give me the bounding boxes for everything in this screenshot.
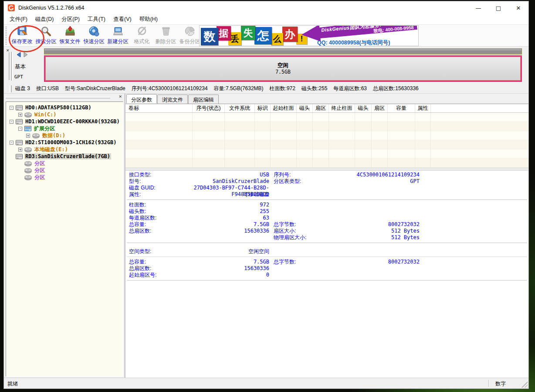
table-cell xyxy=(415,149,431,159)
column-header-5[interactable]: 磁头 xyxy=(297,104,313,112)
toolbar-button-label: 搜索分区 xyxy=(36,38,57,44)
tree-item-4[interactable]: +数据(D:) xyxy=(6,132,123,139)
column-header-6[interactable]: 扇区 xyxy=(313,104,329,112)
window-title: DiskGenius V5.1.2.766 x64 xyxy=(18,5,84,11)
tab-0[interactable]: 分区参数 xyxy=(126,94,157,103)
free-space-block[interactable]: 空闲 7.5GB xyxy=(44,55,522,82)
info-row: 每道扇区数:63 xyxy=(125,215,528,221)
table-cell xyxy=(329,140,355,149)
expander-collapsed-icon[interactable]: + xyxy=(18,113,22,117)
disk-overview-strip[interactable] xyxy=(44,48,522,54)
disk-details-panel: 接口类型:USB序列号:4C530001061214109234型号:SanDi… xyxy=(125,171,528,280)
tree-item-10[interactable]: 分区 xyxy=(6,174,123,181)
info-label: 扇区大小: xyxy=(269,228,337,234)
close-icon[interactable]: ✕ xyxy=(119,95,122,99)
column-header-3[interactable]: 标识 xyxy=(255,104,271,112)
info-label xyxy=(269,215,337,221)
nav-forward-icon[interactable] xyxy=(23,51,29,59)
maximize-button[interactable]: □ xyxy=(488,1,508,14)
tree-item-6[interactable]: +本地磁盘(E:) xyxy=(6,146,123,153)
banner-tile: 据 xyxy=(217,26,231,41)
close-icon[interactable]: ✕ xyxy=(6,49,10,53)
column-header-10[interactable]: 容量 xyxy=(388,104,415,112)
tree-item-1[interactable]: +Win(C:) xyxy=(6,111,123,118)
column-header-7[interactable]: 终止柱面 xyxy=(329,104,355,112)
expander-collapsed-icon[interactable]: + xyxy=(26,134,30,138)
expander-expanded-icon[interactable]: - xyxy=(10,106,14,110)
quick-partition-button[interactable]: 快速分区 xyxy=(82,25,106,46)
table-cell xyxy=(313,140,329,149)
save-changes-button[interactable]: 保存更改 xyxy=(10,25,34,46)
info-value: 15630336 xyxy=(191,228,269,234)
table-row[interactable] xyxy=(125,122,528,131)
minimize-button[interactable]: — xyxy=(468,1,488,14)
tab-2[interactable]: 扇区编辑 xyxy=(188,95,219,104)
recover-files-button[interactable]: 恢复文件 xyxy=(58,25,82,46)
info-label: 总字节数: xyxy=(269,221,337,228)
tab-1[interactable]: 浏览文件 xyxy=(157,95,188,104)
table-row[interactable] xyxy=(125,113,528,122)
toolbar: 保存更改搜索分区恢复文件快速分区新建分区格式化删除分区备份分区 !办么怎失丢据数… xyxy=(4,25,528,47)
backup-partition-icon xyxy=(184,25,196,37)
disk-summary-segment: 容量:7.5GB(7632MB) xyxy=(214,85,264,92)
new-partition-button[interactable]: 新建分区 xyxy=(106,25,130,46)
table-cell xyxy=(255,122,271,131)
menu-item-3[interactable]: 工具(T) xyxy=(84,14,109,24)
tree-item-2[interactable]: -HD1:WDCWD10EZEC-00RKKA0(932GB) xyxy=(6,118,123,125)
tree-item-0[interactable]: -HD0:ADATASP580(112GB) xyxy=(6,104,123,111)
pane-drag-handle[interactable] xyxy=(6,97,110,98)
menu-item-5[interactable]: 帮助(H) xyxy=(135,14,162,24)
table-cell xyxy=(271,140,297,149)
expander-expanded-icon[interactable]: - xyxy=(10,120,14,124)
table-row[interactable] xyxy=(125,131,528,140)
section-divider xyxy=(127,280,527,280)
info-value: 8002732032 xyxy=(337,221,420,228)
column-header-8[interactable]: 磁头 xyxy=(355,104,372,112)
info-value: 512 Bytes xyxy=(337,234,420,241)
banner-tile: 数 xyxy=(201,28,218,45)
toolbar-button-label: 格式化 xyxy=(134,38,150,44)
expander-expanded-icon[interactable]: - xyxy=(18,127,22,131)
nav-back-icon[interactable] xyxy=(16,51,21,59)
column-header-11[interactable]: 属性 xyxy=(415,104,431,112)
tree-item-8[interactable]: 分区 xyxy=(6,160,123,167)
toolbar-button-label: 保存更改 xyxy=(12,38,33,44)
disk-icon xyxy=(16,105,23,111)
search-partition-button[interactable]: 搜索分区 xyxy=(34,25,58,46)
column-header-4[interactable]: 起始柱面 xyxy=(271,104,297,112)
column-header-9[interactable]: 扇区 xyxy=(372,104,388,112)
column-header-2[interactable]: 文件系统 xyxy=(225,104,255,112)
close-button[interactable]: ✕ xyxy=(508,1,528,14)
table-row[interactable] xyxy=(125,140,528,149)
banner-tile: 失 xyxy=(241,26,255,40)
info-value: 7.5GB xyxy=(191,221,269,228)
disk-tree-pane: ✕ -HD0:ADATASP580(112GB)+Win(C:)-HD1:WDC… xyxy=(4,94,125,378)
table-cell xyxy=(431,140,528,149)
table-row[interactable] xyxy=(125,149,528,159)
column-header-1[interactable]: 序号(状态) xyxy=(193,104,225,112)
column-header-0[interactable]: 卷标 xyxy=(125,104,193,112)
disk-summary-segment: 总扇区数:15630336 xyxy=(373,85,419,92)
expander-expanded-icon[interactable]: - xyxy=(10,141,14,145)
menu-item-0[interactable]: 文件(F) xyxy=(6,14,31,24)
menu-item-1[interactable]: 磁盘(D) xyxy=(31,14,58,24)
status-text: 就绪 xyxy=(7,380,18,388)
table-cell xyxy=(271,113,297,122)
tree-item-9[interactable]: 分区 xyxy=(6,167,123,174)
expander-collapsed-icon[interactable]: + xyxy=(18,148,22,152)
resize-grip-icon[interactable] xyxy=(521,382,528,388)
tree-item-3[interactable]: -扩展分区 xyxy=(6,125,123,132)
info-row: 物理扇区大小:512 Bytes xyxy=(125,234,528,241)
table-cell xyxy=(388,149,415,159)
table-cell xyxy=(313,131,329,140)
tree-item-5[interactable]: -HD2:ST1000DM003-1CH162(932GB) xyxy=(6,139,123,146)
menu-item-4[interactable]: 查看(V) xyxy=(109,14,135,24)
tree-item-7[interactable]: RD3:SanDiskCruzerBlade(7GB) xyxy=(6,153,123,160)
info-label xyxy=(269,265,337,272)
table-row[interactable] xyxy=(125,159,528,168)
info-label: 总字节数: xyxy=(269,259,337,265)
menu-item-2[interactable]: 分区(P) xyxy=(58,14,84,24)
tree-item-label: 扩展分区 xyxy=(33,125,56,132)
ad-banner[interactable]: !办么怎失丢据数 DiskGenius团队为您服务! 致电: 400-008-9… xyxy=(199,25,419,46)
tree-item-label: HD0:ADATASP580(112GB) xyxy=(24,105,92,111)
